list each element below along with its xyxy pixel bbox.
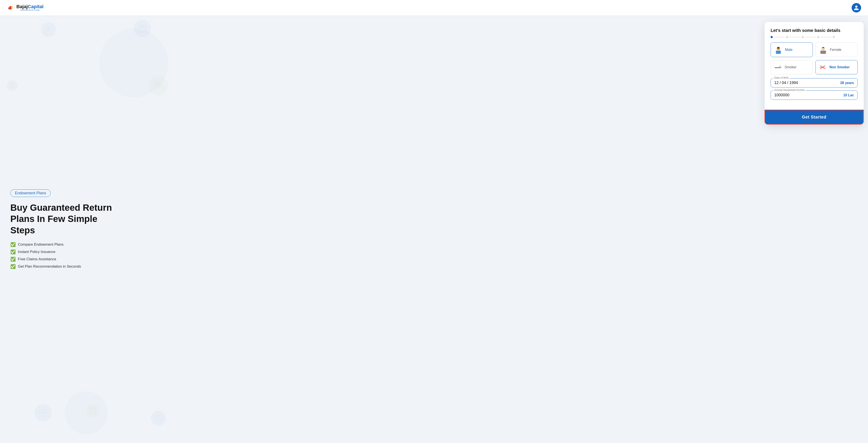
income-row: 1000000 10 Lac — [774, 93, 854, 97]
non-smoker-label: Non Smoker — [830, 65, 850, 69]
header: b BajajCapital INSURANCE.COM — [0, 0, 868, 15]
logo-icon: b — [7, 4, 15, 12]
svg-rect-17 — [774, 67, 779, 68]
feature-list: ✅ Compare Endowment Plans ✅ Instant Poli… — [10, 242, 754, 269]
user-avatar-button[interactable] — [851, 3, 861, 12]
step-line-4 — [820, 37, 831, 37]
form-header: Let's start with some basic details — [765, 22, 864, 42]
male-label: Male — [785, 48, 793, 52]
smoker-selection: Smoker Non Smoker — [771, 60, 858, 74]
svg-rect-21 — [824, 67, 827, 68]
smoker-label: Smoker — [785, 65, 797, 69]
income-hint: 10 Lac — [843, 93, 854, 97]
logo-sub: INSURANCE.COM — [17, 9, 43, 11]
svg-text:b: b — [9, 8, 10, 10]
female-avatar-icon — [819, 46, 827, 54]
logo-bajaj: Bajaj — [17, 4, 28, 9]
endowment-tag: Endowment Plans — [10, 189, 51, 197]
dob-hint: 28 years — [840, 81, 854, 85]
female-button[interactable]: Female — [815, 42, 858, 57]
form-title: Let's start with some basic details — [771, 28, 858, 33]
svg-point-19 — [779, 67, 780, 68]
main-content: Endowment Plans Buy Guaranteed Return Pl… — [0, 15, 868, 443]
dob-field-group: Date of Birth 12 / 04 / 1994 28 years — [771, 78, 858, 88]
feature-item-1: ✅ Compare Endowment Plans — [10, 242, 754, 247]
logo: b BajajCapital INSURANCE.COM — [7, 4, 43, 12]
income-value[interactable]: 1000000 — [774, 93, 789, 97]
step-dot-4 — [817, 36, 819, 38]
step-line-2 — [789, 37, 800, 37]
step-line-1 — [774, 37, 785, 37]
logo-capital: Capital — [28, 4, 43, 9]
form-body: Male Female — [765, 42, 864, 108]
feature-item-3: ✅ Free Claims Assistance — [10, 257, 754, 262]
dob-value[interactable]: 12 / 04 / 1994 — [774, 81, 798, 85]
svg-rect-11 — [776, 51, 781, 54]
non-smoker-button[interactable]: Non Smoker — [815, 60, 858, 74]
step-line-3 — [805, 37, 816, 37]
income-label: Annual Household Income — [773, 89, 806, 92]
svg-rect-15 — [820, 51, 826, 54]
step-indicators — [771, 36, 858, 38]
user-icon — [854, 5, 859, 10]
gender-selection: Male Female — [771, 42, 858, 57]
right-panel: Let's start with some basic details — [765, 15, 868, 443]
feature-text-3: Free Claims Assistance — [18, 257, 56, 261]
feature-item-2: ✅ Instant Policy Issuance — [10, 249, 754, 254]
male-button[interactable]: Male — [771, 42, 813, 57]
step-dot-5 — [833, 36, 835, 38]
left-section: Endowment Plans Buy Guaranteed Return Pl… — [0, 15, 765, 443]
feature-text-4: Get Plan Recommendation in Seconds — [18, 264, 81, 269]
dob-row: 12 / 04 / 1994 28 years — [774, 81, 854, 85]
feature-item-4: ✅ Get Plan Recommendation in Seconds — [10, 264, 754, 269]
male-avatar-icon — [774, 46, 782, 54]
main-heading: Buy Guaranteed Return Plans In Few Simpl… — [10, 202, 122, 236]
check-icon-4: ✅ — [10, 264, 16, 269]
step-dot-3 — [802, 36, 804, 38]
check-icon-2: ✅ — [10, 249, 16, 254]
step-dot-1 — [771, 36, 773, 38]
feature-text-1: Compare Endowment Plans — [18, 243, 64, 247]
female-label: Female — [830, 48, 841, 52]
smoker-icon — [774, 63, 782, 71]
get-started-button[interactable]: Get Started — [765, 110, 864, 125]
svg-point-13 — [777, 47, 780, 49]
form-card: Let's start with some basic details — [765, 22, 864, 125]
step-dot-2 — [786, 36, 788, 38]
svg-point-3 — [9, 6, 11, 8]
feature-text-2: Instant Policy Issuance — [18, 250, 55, 254]
smoker-button[interactable]: Smoker — [771, 60, 813, 74]
dob-label: Date of Birth — [773, 76, 789, 79]
check-icon-1: ✅ — [10, 242, 16, 247]
check-icon-3: ✅ — [10, 257, 16, 262]
income-field-group: Annual Household Income 1000000 10 Lac — [771, 91, 858, 100]
non-smoker-icon — [819, 63, 827, 71]
logo-text: BajajCapital INSURANCE.COM — [17, 4, 43, 11]
